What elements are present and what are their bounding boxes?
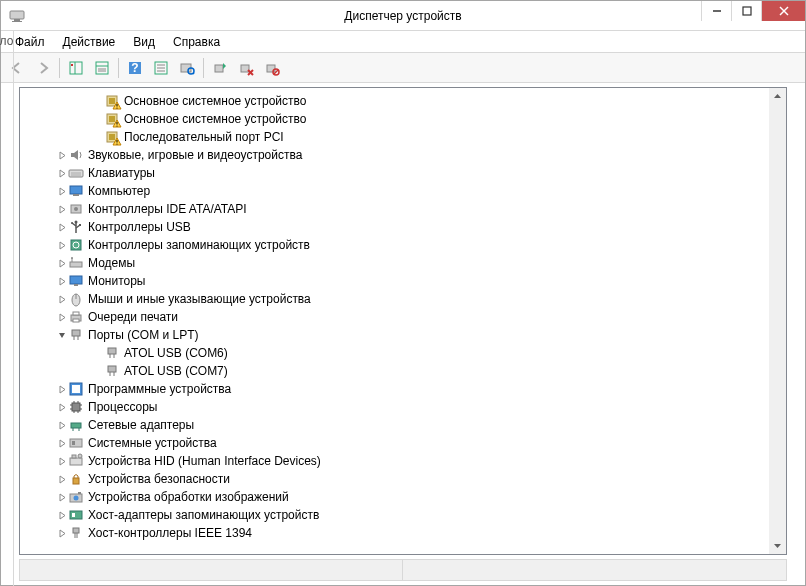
tree-item[interactable]: Звуковые, игровые и видеоустройства: [20, 146, 786, 164]
tree-item-label: Контроллеры USB: [88, 220, 191, 234]
update-driver-button[interactable]: [208, 56, 232, 80]
svg-point-51: [71, 222, 73, 224]
tree-expander[interactable]: [56, 455, 68, 467]
scroll-down-button[interactable]: [769, 537, 786, 554]
tree-item[interactable]: Клавиатуры: [20, 164, 786, 182]
tree-expander[interactable]: [56, 329, 68, 341]
tree-item-label: Хост-адаптеры запоминающих устройств: [88, 508, 319, 522]
tree-expander[interactable]: [56, 527, 68, 539]
tree-item[interactable]: Системные устройства: [20, 434, 786, 452]
tree-expander[interactable]: [56, 221, 68, 233]
properties-button[interactable]: [90, 56, 114, 80]
scroll-track[interactable]: [769, 105, 786, 537]
tree-item[interactable]: Процессоры: [20, 398, 786, 416]
forward-button[interactable]: [31, 56, 55, 80]
minimize-button[interactable]: [701, 1, 731, 21]
svg-rect-0: [10, 11, 24, 19]
tree-expander[interactable]: [56, 149, 68, 161]
tree-item[interactable]: Контроллеры USB: [20, 218, 786, 236]
cpu-icon: [68, 399, 84, 415]
tree-item[interactable]: Хост-контроллеры IEEE 1394: [20, 524, 786, 542]
tree-item-label: Системные устройства: [88, 436, 217, 450]
audio-icon: [68, 147, 84, 163]
menu-view[interactable]: Вид: [125, 33, 163, 51]
tree-item[interactable]: Компьютер: [20, 182, 786, 200]
menu-action[interactable]: Действие: [55, 33, 124, 51]
disable-button[interactable]: [260, 56, 284, 80]
separator: [203, 58, 204, 78]
action-button[interactable]: [149, 56, 173, 80]
tree-item[interactable]: Последовательный порт PCI: [20, 128, 786, 146]
scan-hardware-button[interactable]: [175, 56, 199, 80]
tree-item-label: Сетевые адаптеры: [88, 418, 194, 432]
tree-expander[interactable]: [56, 275, 68, 287]
tree-item[interactable]: ATOL USB (COM7): [20, 362, 786, 380]
svg-rect-76: [72, 403, 80, 411]
device-tree[interactable]: Основное системное устройствоОсновное си…: [20, 88, 786, 546]
tree-item[interactable]: Мыши и иные указывающие устройства: [20, 290, 786, 308]
tree-item[interactable]: Контроллеры IDE ATA/ATAPI: [20, 200, 786, 218]
help-button[interactable]: ?: [123, 56, 147, 80]
tree-item[interactable]: Мониторы: [20, 272, 786, 290]
svg-point-50: [75, 221, 78, 224]
scroll-up-button[interactable]: [769, 88, 786, 105]
imaging-icon: [68, 489, 84, 505]
hid-icon: [68, 453, 84, 469]
software-icon: [68, 381, 84, 397]
tree-expander[interactable]: [56, 257, 68, 269]
tree-expander[interactable]: [56, 311, 68, 323]
tree-expander[interactable]: [56, 293, 68, 305]
tree-item[interactable]: Программные устройства: [20, 380, 786, 398]
svg-rect-90: [70, 458, 82, 465]
tree-item[interactable]: Устройства HID (Human Interface Devices): [20, 452, 786, 470]
storage-icon: [68, 237, 84, 253]
tree-item[interactable]: Сетевые адаптеры: [20, 416, 786, 434]
tree-expander[interactable]: [56, 473, 68, 485]
tree-expander[interactable]: [56, 203, 68, 215]
tree-item[interactable]: Устройства обработки изображений: [20, 488, 786, 506]
tree-item[interactable]: Основное системное устройство: [20, 92, 786, 110]
svg-rect-46: [73, 194, 79, 196]
tree-expander[interactable]: [56, 185, 68, 197]
tree-item[interactable]: Устройства безопасности: [20, 470, 786, 488]
tree-item[interactable]: Основное системное устройство: [20, 110, 786, 128]
keyboard-icon: [68, 165, 84, 181]
svg-rect-45: [70, 186, 82, 194]
tree-item[interactable]: Очереди печати: [20, 308, 786, 326]
tree-expander[interactable]: [56, 419, 68, 431]
tree-item[interactable]: Контроллеры запоминающих устройств: [20, 236, 786, 254]
svg-rect-2: [12, 21, 22, 22]
titlebar[interactable]: Диспетчер устройств: [1, 1, 805, 31]
mouse-icon: [68, 291, 84, 307]
menu-help[interactable]: Справка: [165, 33, 228, 51]
tree-item[interactable]: Хост-адаптеры запоминающих устройств: [20, 506, 786, 524]
port-icon: [104, 345, 120, 361]
svg-rect-97: [70, 511, 82, 519]
tree-expander[interactable]: [56, 401, 68, 413]
window-buttons: [701, 1, 805, 21]
tree-expander[interactable]: [56, 437, 68, 449]
svg-rect-1: [14, 19, 20, 21]
network-icon: [68, 417, 84, 433]
maximize-button[interactable]: [731, 1, 761, 21]
port-icon: [104, 363, 120, 379]
uninstall-button[interactable]: [234, 56, 258, 80]
svg-rect-10: [96, 62, 108, 74]
close-button[interactable]: [761, 1, 805, 21]
tree-item[interactable]: ATOL USB (COM6): [20, 344, 786, 362]
svg-rect-9: [71, 64, 73, 66]
vertical-scrollbar[interactable]: [769, 88, 786, 554]
svg-rect-89: [72, 441, 75, 445]
tree-expander[interactable]: [56, 167, 68, 179]
tree-item[interactable]: Модемы: [20, 254, 786, 272]
tree-expander[interactable]: [56, 239, 68, 251]
svg-rect-7: [70, 62, 82, 74]
tree-spacer: [92, 113, 104, 125]
show-hide-console-tree-button[interactable]: [64, 56, 88, 80]
security-icon: [68, 471, 84, 487]
tree-expander[interactable]: [56, 491, 68, 503]
tree-expander[interactable]: [56, 509, 68, 521]
tree-expander[interactable]: [56, 383, 68, 395]
tree-item[interactable]: Порты (COM и LPT): [20, 326, 786, 344]
svg-rect-98: [72, 513, 75, 517]
